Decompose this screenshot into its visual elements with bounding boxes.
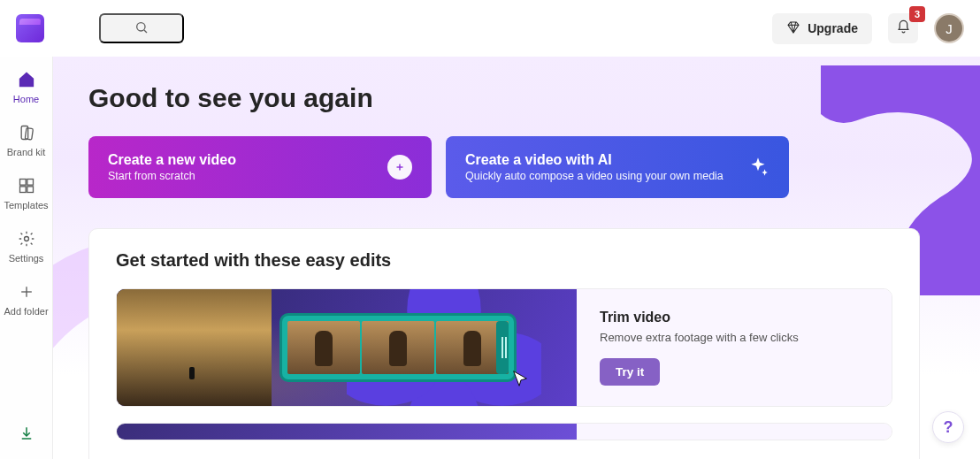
card-title: Create a new video xyxy=(108,152,236,168)
avatar[interactable]: J xyxy=(934,13,964,43)
cursor-icon xyxy=(510,369,530,388)
notification-badge: 3 xyxy=(909,6,925,22)
download-indicator[interactable] xyxy=(0,425,52,445)
svg-line-1 xyxy=(144,30,147,33)
page-title: Good to see you again xyxy=(88,83,920,113)
upgrade-label: Upgrade xyxy=(808,21,858,35)
top-bar: Upgrade 3 J xyxy=(0,0,980,57)
trim-strip-graphic xyxy=(279,313,517,382)
brand-kit-icon xyxy=(18,124,35,143)
svg-rect-4 xyxy=(19,180,26,186)
sidebar-item-label: Settings xyxy=(9,253,44,264)
sidebar-item-templates[interactable]: Templates xyxy=(0,168,52,221)
diamond-icon xyxy=(786,20,800,37)
sidebar: Home Brand kit Templates Settings Add fo… xyxy=(0,57,53,459)
avatar-initial: J xyxy=(946,21,953,36)
create-ai-video-card[interactable]: Create a video with AI Quickly auto comp… xyxy=(446,136,789,198)
try-it-button[interactable]: Try it xyxy=(600,358,660,386)
help-button[interactable]: ? xyxy=(932,411,964,443)
sidebar-item-settings[interactable]: Settings xyxy=(0,221,52,274)
templates-icon xyxy=(18,177,35,196)
svg-rect-6 xyxy=(19,187,26,193)
sparkle-icon xyxy=(746,156,769,179)
svg-rect-3 xyxy=(25,128,33,140)
edit-card-next-peek xyxy=(116,423,892,440)
bell-icon xyxy=(896,19,911,37)
card-subtitle: Quickly auto compose a video using your … xyxy=(465,170,724,182)
create-new-video-card[interactable]: Create a new video Start from scratch xyxy=(88,136,432,198)
easy-edits-panel: Get started with these easy edits xyxy=(88,228,920,459)
card-subtitle: Start from scratch xyxy=(108,170,236,182)
upgrade-button[interactable]: Upgrade xyxy=(772,13,872,44)
sidebar-item-label: Home xyxy=(13,94,39,104)
app-logo[interactable] xyxy=(16,14,44,42)
sidebar-item-label: Add folder xyxy=(4,306,48,317)
sidebar-item-label: Brand kit xyxy=(7,147,45,157)
download-icon xyxy=(19,425,34,445)
edit-thumbnail xyxy=(117,289,577,406)
gear-icon xyxy=(18,230,35,249)
plus-icon xyxy=(18,283,35,302)
panel-heading: Get started with these easy edits xyxy=(116,250,892,271)
edit-title: Trim video xyxy=(600,310,869,325)
plus-circle-icon xyxy=(387,155,412,180)
search-icon xyxy=(134,20,149,37)
svg-point-0 xyxy=(137,22,145,30)
search-button[interactable] xyxy=(99,13,184,43)
svg-rect-7 xyxy=(27,187,33,193)
edit-card-trim: Trim video Remove extra footage with a f… xyxy=(116,288,892,407)
home-icon xyxy=(18,71,35,90)
svg-rect-5 xyxy=(27,180,33,186)
edit-description: Remove extra footage with a few clicks xyxy=(600,331,869,344)
help-icon: ? xyxy=(944,418,953,437)
sidebar-item-add-folder[interactable]: Add folder xyxy=(0,274,52,327)
main-content: Good to see you again Create a new video… xyxy=(53,57,980,459)
sidebar-item-brand-kit[interactable]: Brand kit xyxy=(0,115,52,168)
svg-point-8 xyxy=(24,237,28,241)
card-title: Create a video with AI xyxy=(465,152,724,168)
sidebar-item-label: Templates xyxy=(4,200,48,210)
sidebar-item-home[interactable]: Home xyxy=(0,62,52,115)
